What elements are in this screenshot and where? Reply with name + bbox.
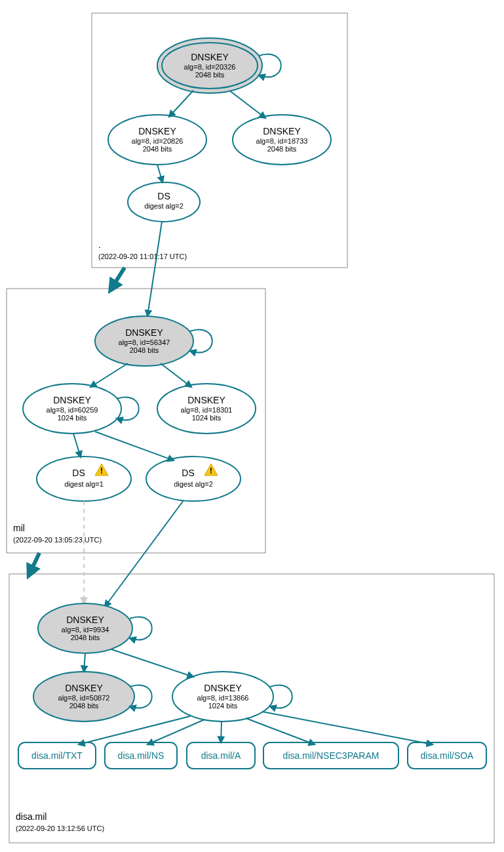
- edge-milzsk1-ds1: [73, 434, 81, 457]
- rr-a: disa.mil/A: [187, 742, 255, 769]
- edge-zsk2-soa: [262, 712, 433, 744]
- edge-root-to-mil-zone: [111, 268, 125, 289]
- svg-text:disa.mil/TXT: disa.mil/TXT: [31, 750, 83, 761]
- rr-soa: disa.mil/SOA: [408, 742, 486, 769]
- edge-rootksk-zsk2: [229, 91, 265, 118]
- svg-text:DNSKEY: DNSKEY: [187, 395, 225, 405]
- edge-zsk2-a: [221, 721, 222, 742]
- svg-text:DNSKEY: DNSKEY: [53, 395, 91, 405]
- svg-text:DS: DS: [72, 468, 85, 478]
- svg-text:2048 bits: 2048 bits: [130, 346, 159, 354]
- svg-text:digest alg=2: digest alg=2: [174, 480, 213, 488]
- rr-txt: disa.mil/TXT: [18, 742, 96, 769]
- svg-text:alg=8, id=50872: alg=8, id=50872: [58, 694, 110, 702]
- svg-text:2048 bits: 2048 bits: [143, 145, 172, 153]
- svg-text:1024 bits: 1024 bits: [58, 414, 87, 422]
- edge-rootds-milksk: [147, 222, 162, 316]
- node-mil-ds2: DS digest alg=2 !: [146, 456, 241, 501]
- svg-text:!: !: [100, 466, 103, 476]
- zone-ts-disa: (2022-09-20 13:12:56 UTC): [16, 824, 104, 832]
- svg-text:DS: DS: [157, 191, 170, 201]
- edge-rootksk-zsk1: [169, 91, 193, 117]
- edge-milds2-disaksk: [105, 500, 184, 607]
- node-root-zsk2: DNSKEY alg=8, id=18733 2048 bits: [233, 115, 331, 165]
- svg-text:alg=8, id=18301: alg=8, id=18301: [181, 406, 233, 414]
- zone-label-mil: mil: [13, 523, 25, 533]
- node-root-ksk: DNSKEY alg=8, id=20326 2048 bits: [157, 38, 262, 93]
- zone-ts-root: (2022-09-20 11:01:17 UTC): [98, 253, 187, 260]
- edge-milksk-zsk1: [90, 363, 128, 387]
- svg-text:1024 bits: 1024 bits: [192, 414, 222, 422]
- edge-milksk-zsk2: [161, 363, 191, 387]
- node-mil-ds1: DS digest alg=1 !: [37, 456, 131, 501]
- svg-text:DS: DS: [182, 468, 194, 478]
- svg-text:alg=8, id=13866: alg=8, id=13866: [197, 694, 249, 702]
- edge-disaksk-zsk1: [84, 653, 85, 672]
- svg-text:digest alg=2: digest alg=2: [144, 202, 184, 210]
- svg-text:alg=8, id=56347: alg=8, id=56347: [119, 338, 170, 346]
- svg-point-32: [146, 456, 241, 501]
- svg-text:2048 bits: 2048 bits: [71, 634, 100, 641]
- node-mil-ksk: DNSKEY alg=8, id=56347 2048 bits: [95, 316, 193, 366]
- svg-text:1024 bits: 1024 bits: [208, 702, 238, 710]
- svg-text:!: !: [210, 466, 212, 476]
- svg-text:DNSKEY: DNSKEY: [125, 327, 163, 338]
- svg-text:digest alg=1: digest alg=1: [64, 480, 104, 488]
- node-disa-ksk: DNSKEY alg=8, id=9934 2048 bits: [38, 603, 132, 653]
- svg-text:alg=8, id=9934: alg=8, id=9934: [62, 626, 109, 634]
- edge-zsk2-nsec3: [246, 718, 315, 744]
- svg-text:DNSKEY: DNSKEY: [191, 52, 229, 62]
- edge-disaksk-zsk2: [111, 649, 193, 677]
- svg-text:alg=8, id=20326: alg=8, id=20326: [184, 63, 236, 71]
- svg-point-28: [37, 456, 131, 501]
- rr-ns: disa.mil/NS: [105, 742, 177, 769]
- svg-text:DNSKEY: DNSKEY: [204, 683, 242, 693]
- zone-ts-mil: (2022-09-20 13:05:23 UTC): [13, 536, 102, 544]
- node-root-ds: DS digest alg=2: [128, 182, 200, 222]
- svg-text:2048 bits: 2048 bits: [267, 145, 297, 153]
- svg-text:disa.mil/NS: disa.mil/NS: [118, 750, 165, 761]
- zone-label-disa: disa.mil: [16, 811, 47, 822]
- svg-text:2048 bits: 2048 bits: [69, 702, 99, 710]
- node-mil-zsk2: DNSKEY alg=8, id=18301 1024 bits: [157, 384, 256, 434]
- node-disa-zsk2: DNSKEY alg=8, id=13866 1024 bits: [172, 672, 273, 721]
- edge-zsk2-ns: [147, 720, 204, 744]
- svg-text:alg=8, id=60259: alg=8, id=60259: [47, 406, 98, 414]
- edge-mil-to-disa-zone: [29, 553, 39, 574]
- svg-text:alg=8, id=20826: alg=8, id=20826: [132, 137, 184, 145]
- svg-text:disa.mil/NSEC3PARAM: disa.mil/NSEC3PARAM: [283, 750, 379, 761]
- zone-label-root: .: [98, 239, 101, 250]
- edge-milzsk1-ds2: [95, 432, 174, 460]
- edge-disaksk-self: [130, 617, 152, 640]
- edge-rootzsk1-ds: [157, 165, 163, 182]
- svg-text:2048 bits: 2048 bits: [195, 71, 225, 79]
- rr-nsec3param: disa.mil/NSEC3PARAM: [263, 742, 398, 769]
- svg-text:DNSKEY: DNSKEY: [138, 126, 176, 136]
- node-disa-zsk1: DNSKEY alg=8, id=50872 2048 bits: [33, 672, 134, 721]
- svg-text:DNSKEY: DNSKEY: [65, 683, 103, 693]
- svg-text:alg=8, id=18733: alg=8, id=18733: [256, 137, 308, 145]
- dnssec-chain-diagram: . (2022-09-20 11:01:17 UTC) DNSKEY alg=8…: [0, 0, 504, 852]
- svg-text:disa.mil/SOA: disa.mil/SOA: [421, 750, 475, 761]
- node-mil-zsk1: DNSKEY alg=8, id=60259 1024 bits: [23, 384, 121, 434]
- svg-text:DNSKEY: DNSKEY: [263, 126, 301, 136]
- svg-text:disa.mil/A: disa.mil/A: [201, 750, 241, 761]
- node-root-zsk1: DNSKEY alg=8, id=20826 2048 bits: [108, 115, 206, 165]
- svg-text:DNSKEY: DNSKEY: [66, 615, 104, 625]
